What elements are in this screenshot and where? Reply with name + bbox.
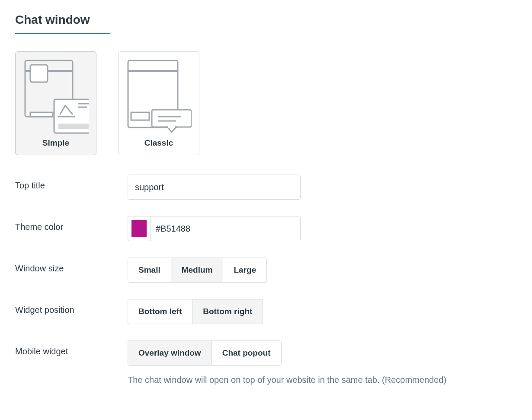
widget-position-bottom-left-button[interactable]: Bottom left (128, 299, 192, 324)
label-theme-color: Theme color (15, 216, 128, 232)
theme-color-swatch (131, 220, 147, 237)
classic-design-icon (126, 60, 192, 134)
svg-rect-3 (30, 112, 53, 117)
theme-color-input-wrap (128, 216, 301, 241)
form-row-window-size: Window size Small Medium Large (15, 258, 517, 283)
tab-underline (15, 33, 517, 34)
svg-rect-2 (30, 65, 48, 82)
window-size-small-button[interactable]: Small (128, 258, 171, 283)
svg-rect-16 (168, 125, 175, 128)
design-card-simple[interactable]: Simple (15, 51, 96, 155)
label-mobile-widget: Mobile widget (15, 340, 128, 356)
theme-color-input[interactable] (151, 216, 300, 241)
svg-rect-11 (131, 112, 149, 120)
mobile-widget-popout-button[interactable]: Chat popout (212, 340, 282, 366)
svg-rect-12 (152, 110, 192, 127)
design-card-simple-label: Simple (42, 138, 69, 148)
mobile-widget-description: The chat window will open on top of your… (128, 373, 456, 387)
svg-rect-8 (58, 124, 89, 129)
label-top-title: Top title (15, 175, 128, 191)
mobile-widget-group: Overlay window Chat popout (128, 340, 282, 366)
form-row-top-title: Top title (15, 175, 517, 200)
mobile-widget-overlay-button[interactable]: Overlay window (128, 340, 212, 366)
tab-active-indicator (15, 33, 110, 34)
section-title: Chat window (15, 13, 517, 33)
form-row-mobile-widget: Mobile widget Overlay window Chat popout… (15, 340, 517, 387)
label-window-size: Window size (15, 258, 128, 274)
window-size-group: Small Medium Large (128, 258, 267, 283)
window-size-medium-button[interactable]: Medium (171, 258, 224, 283)
svg-rect-10 (128, 70, 178, 72)
label-widget-position: Widget position (15, 299, 128, 315)
form-row-theme-color: Theme color (15, 216, 517, 241)
top-title-input[interactable] (128, 175, 301, 200)
widget-position-bottom-right-button[interactable]: Bottom right (192, 299, 263, 324)
widget-position-group: Bottom left Bottom right (128, 299, 263, 324)
window-size-large-button[interactable]: Large (223, 258, 267, 283)
form-row-widget-position: Widget position Bottom left Bottom right (15, 299, 517, 324)
design-card-classic-label: Classic (144, 138, 173, 148)
design-card-row: Simple Classic (15, 51, 517, 155)
design-card-classic[interactable]: Classic (118, 51, 199, 155)
simple-design-icon (23, 60, 89, 134)
theme-color-swatch-box[interactable] (128, 216, 151, 241)
